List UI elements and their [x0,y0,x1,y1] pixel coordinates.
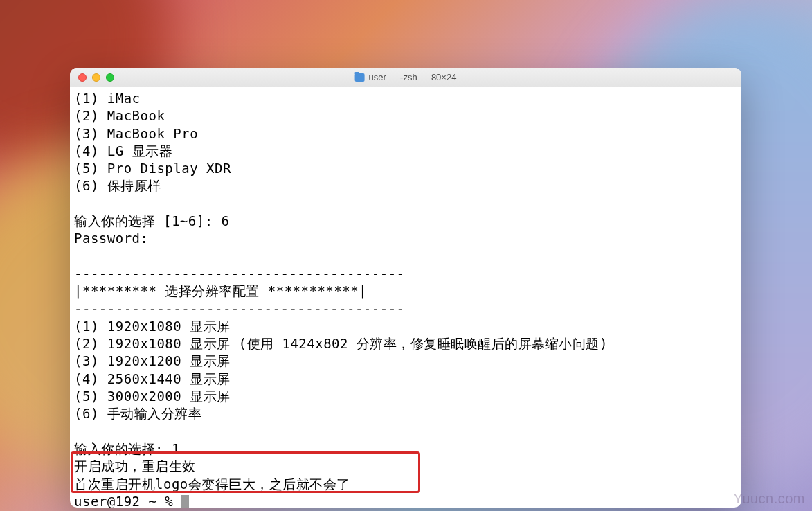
minimize-button[interactable] [92,73,100,82]
terminal-line: (4) LG 显示器 [74,143,172,159]
close-button[interactable] [78,73,87,82]
terminal-line: ---------------------------------------- [74,266,405,281]
terminal-line: (3) 1920x1200 显示屏 [74,353,231,368]
window-title: user — -zsh — 80×24 [355,72,457,82]
terminal-prompt: user@192 ~ % [74,494,181,508]
terminal-line: (6) 手动输入分辨率 [74,406,201,421]
terminal-line: (4) 2560x1440 显示屏 [74,371,231,386]
terminal-line: (6) 保持原样 [74,178,161,193]
terminal-line: 首次重启开机logo会变得巨大，之后就不会了 [74,476,350,492]
terminal-line: 开启成功，重启生效 [74,458,196,474]
terminal-line: (2) 1920x1080 显示屏 (使用 1424x802 分辨率，修复睡眠唤… [74,336,608,351]
terminal-line: (3) MacBook Pro [74,126,198,141]
terminal-line: Password: [74,231,148,246]
terminal-line: 输入你的选择: 1 [74,441,180,456]
terminal-line: (1) 1920x1080 显示屏 [74,319,231,334]
terminal-line: ---------------------------------------- [74,301,405,316]
terminal-window: user — -zsh — 80×24 (1) iMac (2) MacBook… [70,68,741,508]
terminal-line: |********* 选择分辨率配置 ***********| [74,283,367,298]
maximize-button[interactable] [106,73,114,82]
terminal-line: (5) 3000x2000 显示屏 [74,388,231,404]
traffic-lights [70,73,114,82]
folder-icon [355,73,365,82]
terminal-line: 输入你的选择 [1~6]: 6 [74,213,229,228]
terminal-line: (5) Pro Display XDR [74,161,231,176]
watermark: Yuucn.com [734,491,805,507]
terminal-line: (1) iMac [74,91,141,106]
window-titlebar[interactable]: user — -zsh — 80×24 [70,68,741,87]
terminal-content[interactable]: (1) iMac (2) MacBook (3) MacBook Pro (4)… [70,87,741,508]
terminal-line: (2) MacBook [74,108,165,123]
window-title-text: user — -zsh — 80×24 [369,72,457,82]
cursor [181,495,189,508]
